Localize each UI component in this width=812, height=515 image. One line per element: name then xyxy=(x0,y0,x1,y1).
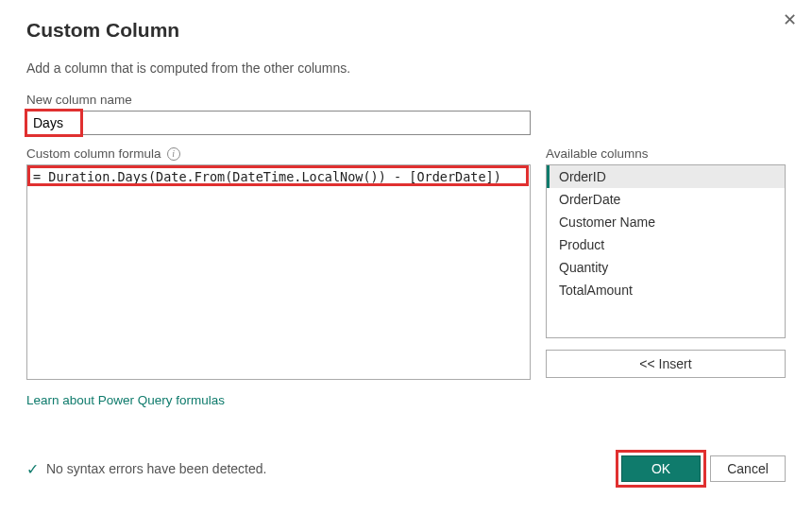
available-column-item[interactable]: Product xyxy=(547,233,785,256)
insert-button[interactable]: << Insert xyxy=(546,350,786,378)
available-column-item[interactable]: TotalAmount xyxy=(547,279,785,301)
check-icon: ✓ xyxy=(26,460,39,478)
available-columns-label: Available columns xyxy=(546,146,786,161)
cancel-button[interactable]: Cancel xyxy=(710,455,786,482)
info-icon[interactable]: i xyxy=(167,147,180,161)
available-column-item[interactable]: Customer Name xyxy=(547,211,785,233)
new-column-name-input[interactable] xyxy=(26,111,531,135)
close-icon[interactable]: ✕ xyxy=(783,9,797,30)
syntax-status: ✓ No syntax errors have been detected. xyxy=(26,460,266,478)
formula-input[interactable]: = Duration.Days(Date.From(DateTime.Local… xyxy=(26,164,531,380)
available-columns-list: OrderIDOrderDateCustomer NameProductQuan… xyxy=(547,164,786,338)
learn-link[interactable]: Learn about Power Query formulas xyxy=(26,393,225,407)
dialog-subtitle: Add a column that is computed from the o… xyxy=(26,60,786,76)
formula-label: Custom column formula xyxy=(26,146,161,161)
available-column-item[interactable]: Quantity xyxy=(547,256,785,279)
ok-button[interactable]: OK xyxy=(621,455,701,482)
dialog-title: Custom Column xyxy=(26,19,786,42)
new-column-name-label: New column name xyxy=(26,93,786,107)
status-text: No syntax errors have been detected. xyxy=(46,461,266,476)
available-column-item[interactable]: OrderID xyxy=(547,165,785,188)
available-column-item[interactable]: OrderDate xyxy=(547,188,785,211)
